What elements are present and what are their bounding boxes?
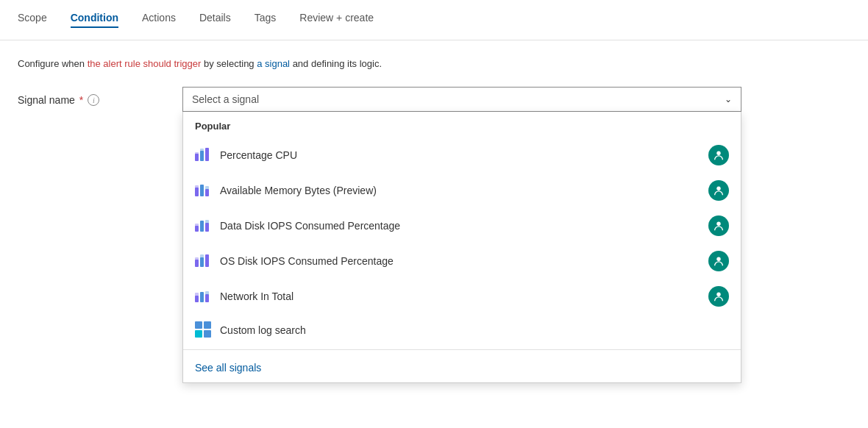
item-label: Custom log search [220, 324, 729, 336]
svg-rect-32 [205, 291, 209, 295]
svg-rect-11 [205, 186, 209, 190]
tab-review-create[interactable]: Review + create [299, 12, 374, 28]
list-item[interactable]: Data Disk IOPS Consumed Percentage [183, 208, 741, 243]
signal-name-text: Signal name [18, 94, 75, 106]
item-label: Network In Total [220, 290, 701, 302]
svg-rect-2 [205, 148, 209, 161]
signal-dropdown-panel: Popular Percentage CPU [182, 112, 741, 383]
highlight-signal: a signal [257, 58, 290, 69]
vm-badge-icon [708, 215, 729, 236]
svg-rect-23 [205, 254, 209, 267]
svg-rect-28 [195, 296, 199, 302]
svg-rect-31 [195, 293, 199, 296]
vm-badge-icon [708, 286, 729, 307]
svg-rect-14 [195, 226, 199, 232]
signal-dropdown-trigger[interactable]: Select a signal ⌄ [182, 87, 741, 112]
signal-name-row: Signal name * i Select a signal ⌄ Popula… [18, 87, 850, 112]
svg-rect-10 [195, 185, 199, 188]
vm-badge-icon [708, 251, 729, 271]
svg-point-34 [716, 293, 720, 296]
metric-chart-icon [195, 182, 213, 199]
metric-chart-icon [195, 252, 213, 270]
log-search-icon [195, 321, 213, 339]
svg-rect-37 [195, 330, 202, 338]
vm-badge-icon [708, 145, 729, 165]
tab-scope[interactable]: Scope [18, 12, 47, 28]
svg-rect-9 [205, 189, 209, 196]
svg-point-27 [716, 257, 720, 261]
svg-rect-30 [205, 294, 209, 302]
divider [183, 349, 741, 350]
svg-rect-22 [200, 257, 204, 267]
svg-rect-15 [200, 221, 204, 232]
highlight-when: the alert rule should trigger [88, 58, 202, 69]
section-popular: Popular [183, 112, 741, 138]
dropdown-placeholder: Select a signal [192, 93, 259, 105]
info-icon[interactable]: i [88, 94, 99, 106]
svg-point-20 [716, 222, 720, 226]
svg-point-13 [716, 187, 720, 190]
list-item[interactable]: Percentage CPU [183, 138, 741, 173]
svg-rect-1 [200, 151, 204, 161]
svg-rect-24 [195, 257, 199, 260]
required-marker: * [79, 94, 83, 106]
svg-rect-29 [200, 292, 204, 302]
svg-rect-8 [200, 185, 204, 196]
metric-chart-icon [195, 217, 213, 235]
svg-rect-36 [204, 321, 211, 329]
tab-tags[interactable]: Tags [255, 12, 277, 28]
signal-dropdown-wrapper: Select a signal ⌄ Popular [182, 87, 741, 112]
svg-rect-16 [205, 223, 209, 232]
metric-chart-icon [195, 146, 213, 164]
metric-chart-icon [195, 288, 213, 305]
main-content: Configure when the alert rule should tri… [0, 40, 868, 112]
item-label: OS Disk IOPS Consumed Percentage [220, 255, 701, 267]
chevron-down-icon: ⌄ [725, 94, 732, 104]
svg-rect-3 [195, 152, 199, 155]
svg-rect-38 [204, 330, 211, 338]
svg-rect-4 [200, 149, 204, 152]
nav-tabs: Scope Condition Actions Details Tags Rev… [0, 0, 868, 40]
description-text: Configure when the alert rule should tri… [18, 58, 850, 69]
svg-rect-35 [195, 321, 202, 329]
item-label: Available Memory Bytes (Preview) [220, 185, 701, 196]
svg-rect-7 [195, 188, 199, 196]
list-item[interactable]: OS Disk IOPS Consumed Percentage [183, 243, 741, 279]
tab-condition[interactable]: Condition [71, 12, 118, 28]
svg-rect-25 [200, 254, 204, 258]
signal-name-label: Signal name * i [18, 87, 165, 106]
item-label: Data Disk IOPS Consumed Percentage [220, 220, 701, 232]
list-item[interactable]: Available Memory Bytes (Preview) [183, 173, 741, 208]
tab-actions[interactable]: Actions [142, 12, 176, 28]
list-item[interactable]: Custom log search [183, 314, 741, 346]
item-label: Percentage CPU [220, 149, 701, 161]
list-item[interactable]: Network In Total [183, 279, 741, 314]
svg-rect-18 [205, 220, 209, 224]
svg-rect-17 [195, 224, 199, 227]
svg-rect-21 [195, 260, 199, 267]
tab-details[interactable]: Details [199, 12, 231, 28]
vm-badge-icon [708, 180, 729, 201]
see-all-signals-link[interactable]: See all signals [183, 353, 741, 382]
svg-point-6 [716, 151, 720, 155]
